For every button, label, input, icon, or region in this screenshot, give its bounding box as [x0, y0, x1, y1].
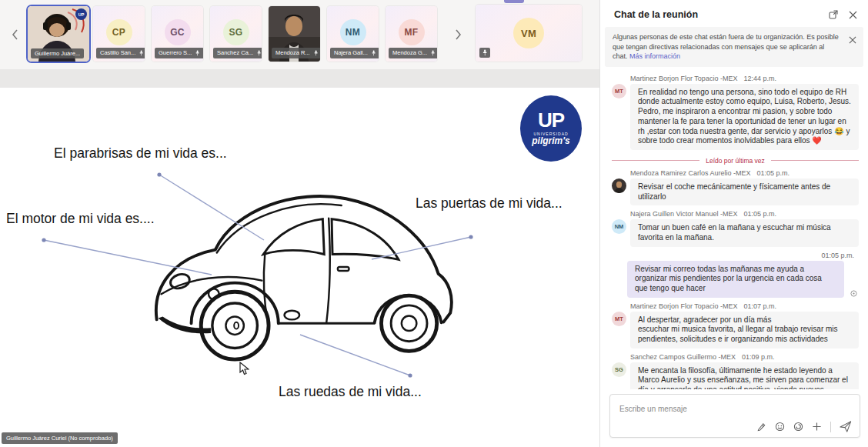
- banner-dismiss-button[interactable]: [849, 36, 856, 44]
- close-chat-button[interactable]: [849, 11, 857, 19]
- pin-icon: [430, 50, 436, 56]
- chat-message: Najera Guillen Victor Manuel -MEX01:05 p…: [612, 210, 859, 246]
- message-bubble-own: Revisar mi correo todas las mañanas me a…: [627, 261, 844, 298]
- plus-icon: [812, 422, 822, 432]
- avatar: VM: [513, 18, 544, 48]
- chevron-right-icon: [455, 29, 462, 40]
- participant-filmstrip: UP Guillermo Juáre... CP Castillo San...…: [0, 0, 599, 69]
- presenter-name-pill: Guillermo Juárez Curiel (No comprobado): [2, 432, 118, 444]
- message-input[interactable]: [618, 404, 855, 414]
- car-drawing: [145, 175, 460, 363]
- participant-name: Mendoza G...: [392, 50, 427, 56]
- avatar: MT: [612, 312, 626, 326]
- message-time: 01:05 p.m.: [821, 252, 854, 259]
- send-button[interactable]: [840, 421, 852, 432]
- stage-label-motor: El motor de mi vida es....: [6, 211, 155, 227]
- message-bubble: Revisar el coche mecánicamente y físicam…: [630, 178, 859, 205]
- avatar: MT: [612, 84, 626, 98]
- logo-line2: pilgrim's: [532, 136, 570, 146]
- avatar: GC: [165, 19, 191, 45]
- sticker-button[interactable]: [793, 422, 803, 432]
- avatar: SG: [223, 19, 249, 45]
- meeting-chat-panel: Chat de la reunión Algunas personas de e…: [599, 0, 868, 447]
- avatar: SG: [612, 362, 626, 377]
- up-mini-logo: UP: [75, 8, 87, 20]
- format-button[interactable]: [756, 422, 766, 432]
- logo-abbr: UP: [538, 110, 564, 130]
- attach-button[interactable]: [812, 422, 822, 432]
- compose-toolbar: [618, 421, 852, 432]
- emoji-button[interactable]: [775, 422, 785, 432]
- message-bubble: En realidad no tengo una persona, sino t…: [630, 84, 859, 150]
- presenter-toolbar-handle[interactable]: [504, 0, 524, 3]
- participant-tile-cp[interactable]: CP Castillo San...: [93, 6, 145, 62]
- message-author-row: Mendoza Ramirez Carlos Aurelio -MEX01:05…: [630, 169, 859, 177]
- scroll-right-button[interactable]: [451, 26, 465, 43]
- compose-box: [609, 394, 860, 438]
- banner-more-info-link[interactable]: Más información: [629, 52, 680, 60]
- participant-name-label: Najera Gall...: [330, 48, 379, 58]
- avatar: NM: [612, 219, 626, 234]
- participant-name-label: Guillermo Juáre...: [31, 48, 84, 59]
- author-name: Najera Guillen Victor Manuel -MEX: [630, 210, 737, 218]
- participant-name: Castillo San...: [100, 50, 135, 56]
- popout-chat-button[interactable]: [829, 10, 838, 19]
- message-time: 01:05 p.m.: [757, 169, 790, 177]
- participant-tile-video[interactable]: UP Guillermo Juáre...: [28, 6, 89, 62]
- participant-tile-nm[interactable]: NM Najera Gall...: [327, 6, 379, 62]
- mouse-cursor: [239, 362, 249, 375]
- scroll-left-button[interactable]: [8, 26, 22, 43]
- external-users-banner: Algunas personas de este chat están fuer…: [605, 27, 863, 67]
- participant-name-label: Sanchez Ca...: [213, 48, 262, 58]
- stage-label-windshield: El parabrisas de mi vida es...: [54, 145, 227, 162]
- message-time: 12:44 p.m.: [743, 75, 776, 82]
- author-name: Martinez Borjon Flor Topacio -MEX: [630, 302, 737, 310]
- popout-icon: [829, 10, 838, 19]
- chat-title: Chat de la reunión: [614, 9, 818, 20]
- participant-tile-sg[interactable]: SG Sanchez Ca...: [210, 6, 262, 62]
- message-author-row: Martinez Borjon Flor Topacio -MEX12:44 p…: [630, 75, 859, 82]
- stage-label-wheels: Las ruedas de mi vida...: [279, 384, 422, 400]
- author-name: Sanchez Campos Guillermo -MEX: [630, 353, 736, 361]
- message-time: 01:07 p.m.: [743, 302, 776, 310]
- avatar: MF: [399, 19, 425, 45]
- close-icon: [849, 36, 856, 44]
- author-name: Mendoza Ramirez Carlos Aurelio -MEX: [630, 169, 751, 177]
- participant-name: Sanchez Ca...: [217, 50, 253, 56]
- participant-tile-gc[interactable]: GC Guerrero S...: [152, 6, 203, 62]
- participant-tile-video2[interactable]: Mendoza R...: [269, 6, 320, 62]
- compose-area: [600, 389, 868, 447]
- author-name: Martinez Borjon Flor Topacio -MEX: [630, 75, 737, 82]
- participant-tile-vm-pinned[interactable]: VM: [476, 5, 582, 62]
- seen-indicator-icon: [850, 290, 857, 297]
- last-read-label: Leído por última vez: [706, 157, 765, 165]
- chat-header: Chat de la reunión: [600, 0, 868, 25]
- avatar-photo: [612, 178, 626, 193]
- chat-message: Martinez Borjon Flor Topacio -MEX01:07 p…: [612, 302, 859, 349]
- participant-tile-mf[interactable]: MF Mendoza G...: [386, 6, 437, 62]
- chat-message: Mendoza Ramirez Carlos Aurelio -MEX01:05…: [612, 169, 859, 205]
- pin-icon: [256, 50, 262, 56]
- message-time: 01:05 p.m.: [743, 210, 776, 218]
- stage-label-doors: Las puertas de mi vida...: [416, 195, 563, 212]
- chevron-left-icon: [12, 29, 18, 40]
- pinned-indicator: [479, 48, 490, 58]
- toolbar-divider: [830, 422, 831, 432]
- pin-icon: [139, 50, 144, 56]
- close-icon: [849, 11, 857, 19]
- emoji-icon: [775, 422, 785, 432]
- pin-icon: [482, 49, 488, 56]
- message-bubble: Me encanta la filosofía, últimamente he …: [630, 362, 859, 389]
- chat-message: Sanchez Campos Guillermo -MEX01:09 p.m. …: [612, 353, 859, 389]
- participant-name: Guillermo Juáre...: [35, 51, 80, 57]
- chat-message: Martinez Borjon Flor Topacio -MEX12:44 p…: [612, 75, 859, 150]
- participant-name: Guerrero S...: [159, 50, 192, 56]
- participant-name-label: Mendoza R...: [272, 48, 320, 58]
- last-read-divider: Leído por última vez: [612, 157, 859, 165]
- message-list: Martinez Borjon Flor Topacio -MEX12:44 p…: [600, 70, 868, 389]
- message-author-row: Sanchez Campos Guillermo -MEX01:09 p.m.: [630, 353, 859, 361]
- message-time: 01:09 p.m.: [742, 353, 775, 361]
- message-author-row: Martinez Borjon Flor Topacio -MEX01:07 p…: [630, 302, 859, 310]
- participant-name: Najera Gall...: [334, 50, 368, 56]
- participant-name-label: Castillo San...: [96, 48, 145, 58]
